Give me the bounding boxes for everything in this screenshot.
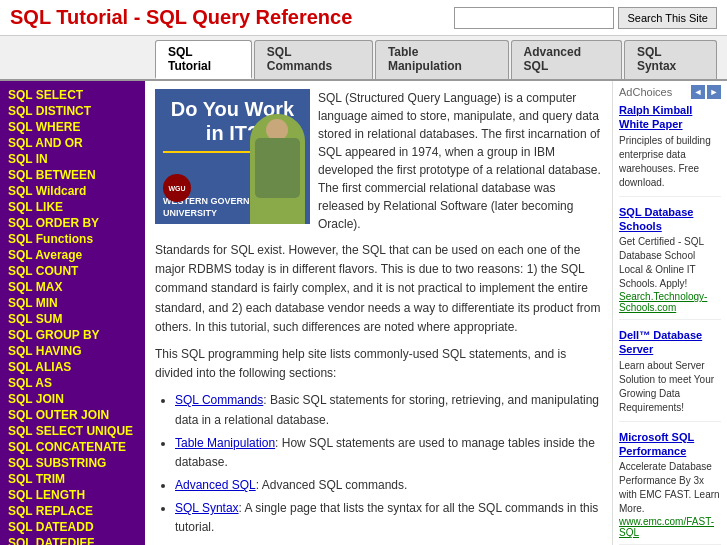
- sidebar-link-sql-select-unique[interactable]: SQL SELECT UNIQUE: [0, 423, 145, 439]
- ads-list: Ralph Kimball White PaperPrinciples of b…: [619, 103, 721, 545]
- sidebar-link-sql-sum[interactable]: SQL SUM: [0, 311, 145, 327]
- list-item: SQL Syntax: A single page that lists the…: [175, 499, 602, 537]
- sidebar-link-sql-dateadd[interactable]: SQL DATEADD: [0, 519, 145, 535]
- ad-item-title[interactable]: Dell™ Database Server: [619, 328, 721, 357]
- wgu-logo: WGU: [163, 174, 191, 202]
- ad-item-desc: Accelerate Database Performance By 3x wi…: [619, 460, 721, 516]
- paragraph1: Standards for SQL exist. However, the SQ…: [155, 241, 602, 337]
- list-item: Table Manipulation: How SQL statements a…: [175, 434, 602, 472]
- ad-item-title[interactable]: Microsoft SQL Performance: [619, 430, 721, 459]
- sidebar-link-sql-where[interactable]: SQL WHERE: [0, 119, 145, 135]
- sidebar-link-sql-order-by[interactable]: SQL ORDER BY: [0, 215, 145, 231]
- sidebar-link-sql-distinct[interactable]: SQL DISTINCT: [0, 103, 145, 119]
- sidebar-link-sql-datediff[interactable]: SQL DATEDIFF: [0, 535, 145, 545]
- section-link[interactable]: Advanced SQL: [175, 478, 256, 492]
- sidebar-link-sql-alias[interactable]: SQL ALIAS: [0, 359, 145, 375]
- ad-header: AdChoices ◄ ►: [619, 85, 721, 99]
- sidebar-link-sql-min[interactable]: SQL MIN: [0, 295, 145, 311]
- sidebar-link-sql-trim[interactable]: SQL TRIM: [0, 471, 145, 487]
- tab-advanced-sql[interactable]: Advanced SQL: [511, 40, 622, 79]
- sidebar-link-sql-replace[interactable]: SQL REPLACE: [0, 503, 145, 519]
- banner-school2: UNIVERSITY: [163, 208, 217, 218]
- list-item: SQL Commands: Basic SQL statements for s…: [175, 391, 602, 429]
- search-input[interactable]: [454, 7, 614, 29]
- section-link[interactable]: SQL Syntax: [175, 501, 239, 515]
- sidebar-link-sql-in[interactable]: SQL IN: [0, 151, 145, 167]
- section-desc: : A single page that lists the syntax fo…: [175, 501, 598, 534]
- right-sidebar: AdChoices ◄ ► Ralph Kimball White PaperP…: [612, 81, 727, 545]
- sidebar-link-sql-like[interactable]: SQL LIKE: [0, 199, 145, 215]
- ad-item-title[interactable]: SQL Database Schools: [619, 205, 721, 234]
- tab-sql-commands[interactable]: SQL Commands: [254, 40, 373, 79]
- sidebar-link-sql-length[interactable]: SQL LENGTH: [0, 487, 145, 503]
- list-item: Advanced SQL: Advanced SQL commands.: [175, 476, 602, 495]
- section-link[interactable]: Table Manipulation: [175, 436, 275, 450]
- sidebar-link-sql-average[interactable]: SQL Average: [0, 247, 145, 263]
- sidebar-link-sql-max[interactable]: SQL MAX: [0, 279, 145, 295]
- ad-item-link[interactable]: Search.Technology-Schools.com: [619, 291, 721, 313]
- sidebar-link-sql-between[interactable]: SQL BETWEEN: [0, 167, 145, 183]
- sidebar-link-sql-select[interactable]: SQL SELECT: [0, 87, 145, 103]
- sidebar-link-sql-count[interactable]: SQL COUNT: [0, 263, 145, 279]
- sidebar-link-sql-concatenate[interactable]: SQL CONCATENATE: [0, 439, 145, 455]
- ad-item-link[interactable]: www.emc.com/FAST-SQL: [619, 516, 721, 538]
- banner-image: Do You Work in IT? WESTERN GOVERNORS UNI…: [155, 89, 310, 224]
- ad-item-desc: Principles of building enterprise data w…: [619, 134, 721, 190]
- sidebar-link-sql-join[interactable]: SQL JOIN: [0, 391, 145, 407]
- search-button[interactable]: Search This Site: [618, 7, 717, 29]
- paragraph2: This SQL programming help site lists com…: [155, 345, 602, 383]
- tab-sql-syntax[interactable]: SQL Syntax: [624, 40, 717, 79]
- header: SQL Tutorial - SQL Query Reference Searc…: [0, 0, 727, 36]
- sidebar-link-sql-and-or[interactable]: SQL AND OR: [0, 135, 145, 151]
- ad-item: Microsoft SQL PerformanceAccelerate Data…: [619, 430, 721, 545]
- intro-text: SQL (Structured Query Language) is a com…: [318, 89, 602, 233]
- ad-item-desc: Learn about Server Solution to meet Your…: [619, 359, 721, 415]
- sidebar-link-sql-substring[interactable]: SQL SUBSTRING: [0, 455, 145, 471]
- ad-item: Ralph Kimball White PaperPrinciples of b…: [619, 103, 721, 197]
- search-area: Search This Site: [454, 7, 717, 29]
- ad-item: Dell™ Database ServerLearn about Server …: [619, 328, 721, 422]
- ad-item-desc: Get Certified - SQL Database School Loca…: [619, 235, 721, 291]
- main-content: Do You Work in IT? WESTERN GOVERNORS UNI…: [145, 81, 612, 545]
- section-link[interactable]: SQL Commands: [175, 393, 263, 407]
- banner-area: Do You Work in IT? WESTERN GOVERNORS UNI…: [155, 89, 602, 233]
- sidebar-link-sql-as[interactable]: SQL AS: [0, 375, 145, 391]
- sidebar-link-sql-group-by[interactable]: SQL GROUP BY: [0, 327, 145, 343]
- site-title: SQL Tutorial - SQL Query Reference: [10, 6, 352, 29]
- tab-sql-tutorial[interactable]: SQL Tutorial: [155, 40, 252, 79]
- sidebar-link-sql-functions[interactable]: SQL Functions: [0, 231, 145, 247]
- tab-table-manipulation[interactable]: Table Manipulation: [375, 40, 509, 79]
- ad-navigation: ◄ ►: [691, 85, 721, 99]
- ad-next-button[interactable]: ►: [707, 85, 721, 99]
- sidebar-link-sql-having[interactable]: SQL HAVING: [0, 343, 145, 359]
- body-text: Standards for SQL exist. However, the SQ…: [155, 241, 602, 545]
- main-layout: SQL SELECTSQL DISTINCTSQL WHERESQL AND O…: [0, 81, 727, 545]
- ad-prev-button[interactable]: ◄: [691, 85, 705, 99]
- sidebar-link-sql-wildcard[interactable]: SQL Wildcard: [0, 183, 145, 199]
- tabs-bar: SQL TutorialSQL CommandsTable Manipulati…: [0, 36, 727, 81]
- section-desc: : Advanced SQL commands.: [256, 478, 408, 492]
- ad-item: SQL Database SchoolsGet Certified - SQL …: [619, 205, 721, 321]
- ad-choices-label: AdChoices: [619, 86, 672, 98]
- ad-item-title[interactable]: Ralph Kimball White Paper: [619, 103, 721, 132]
- sidebar: SQL SELECTSQL DISTINCTSQL WHERESQL AND O…: [0, 81, 145, 545]
- sections-list: SQL Commands: Basic SQL statements for s…: [175, 391, 602, 537]
- sidebar-link-sql-outer-join[interactable]: SQL OUTER JOIN: [0, 407, 145, 423]
